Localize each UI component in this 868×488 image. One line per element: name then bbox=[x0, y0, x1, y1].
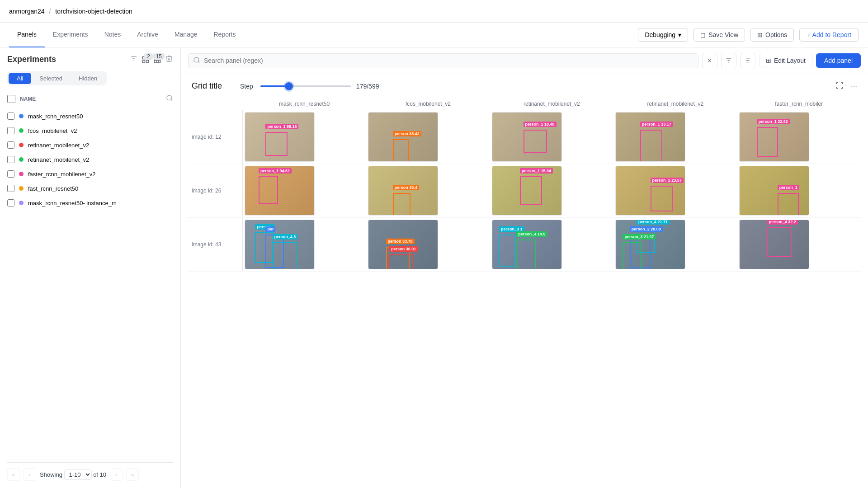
nav-item-reports[interactable]: Reports bbox=[205, 23, 244, 47]
exp-name-5[interactable]: fast_rcnn_resnet50 bbox=[28, 185, 78, 192]
breadcrumb-project[interactable]: torchvision-object-detection bbox=[55, 8, 132, 15]
debugging-button[interactable]: Debugging ▾ bbox=[638, 28, 688, 42]
grid-cell[interactable]: person 33.78person 36.91 bbox=[366, 218, 490, 272]
exp-checkbox-1[interactable] bbox=[7, 127, 14, 134]
search-input-wrapper[interactable] bbox=[188, 53, 698, 68]
save-view-button[interactable]: ◻ Save View bbox=[693, 28, 745, 42]
experiments-search-button[interactable] bbox=[166, 94, 173, 103]
experiment-item: mask_rcnn_resnet50- instance_m bbox=[7, 196, 173, 210]
add-panel-label: Add panel bbox=[824, 57, 853, 64]
save-view-label: Save View bbox=[708, 31, 738, 38]
experiment-item: retinanet_mobilenet_v2 bbox=[7, 152, 173, 167]
exp-checkbox-6[interactable] bbox=[7, 199, 14, 206]
svg-rect-6 bbox=[146, 60, 149, 62]
sidebar-toolbar: 2 15 bbox=[130, 55, 173, 64]
grid-row: image id: 43person_perperson_4 8person 3… bbox=[188, 218, 861, 272]
nav-items: Panels Experiments Notes Archive Manage … bbox=[9, 23, 638, 47]
nav-item-notes[interactable]: Notes bbox=[96, 23, 129, 47]
exp-color-2 bbox=[19, 143, 24, 147]
exp-name-2[interactable]: retinanet_mobilenet_v2 bbox=[28, 142, 89, 149]
col-header-1: fcos_mobilenet_v2 bbox=[366, 98, 490, 110]
nav-bar: Panels Experiments Notes Archive Manage … bbox=[0, 23, 868, 47]
nav-item-archive[interactable]: Archive bbox=[129, 23, 166, 47]
add-to-report-button[interactable]: + Add to Report bbox=[799, 28, 859, 42]
exp-color-5 bbox=[19, 186, 24, 191]
filter-icon[interactable] bbox=[130, 55, 138, 64]
last-page-button[interactable]: » bbox=[126, 468, 139, 481]
grid-cell[interactable]: person 35.4 bbox=[366, 164, 490, 218]
grid-cell[interactable]: person_1 32.82 bbox=[737, 110, 861, 164]
clear-search-button[interactable]: ✕ bbox=[702, 53, 717, 68]
grid-columns-row: mask_rcnn_resnet50 fcos_mobilenet_v2 ret… bbox=[188, 98, 861, 110]
exp-checkbox-4[interactable] bbox=[7, 170, 14, 178]
grid-cell[interactable]: person 38.42 bbox=[366, 110, 490, 164]
svg-rect-5 bbox=[142, 60, 145, 62]
add-report-label: + Add to Report bbox=[807, 31, 851, 38]
grid-title: Grid title bbox=[192, 81, 222, 91]
panel-search-bar: ✕ ⊞ Edit Layout Add panel bbox=[181, 47, 868, 74]
tab-selected[interactable]: Selected bbox=[31, 73, 71, 84]
step-slider-wrapper: 179/599 bbox=[260, 83, 828, 90]
nav-item-manage[interactable]: Manage bbox=[166, 23, 206, 47]
experiments-list-header: NAME bbox=[7, 92, 173, 106]
exp-color-6 bbox=[19, 201, 24, 205]
exp-name-4[interactable]: faster_rcnn_mobilenet_v2 bbox=[28, 171, 96, 178]
grid-cell[interactable]: person_1 bbox=[737, 164, 861, 218]
grid-cell[interactable]: person_4 21.71person_2 28.08person_3 21.… bbox=[613, 218, 737, 272]
bookmark-icon: ◻ bbox=[700, 31, 706, 38]
filter-settings-button[interactable] bbox=[721, 53, 736, 68]
edit-layout-button[interactable]: ⊞ Edit Layout bbox=[759, 54, 812, 67]
grid-cell[interactable]: person_1 94.61 bbox=[242, 164, 366, 218]
grid-cell[interactable]: person_1 18.48 bbox=[490, 110, 613, 164]
grid-cell[interactable]: person_3 1person_4 14.5 bbox=[490, 218, 613, 272]
first-page-button[interactable]: « bbox=[7, 468, 20, 481]
select-all-checkbox[interactable] bbox=[7, 95, 15, 103]
grid-cell[interactable]: person_1 15.04 bbox=[490, 164, 613, 218]
options-button[interactable]: ⊞ Options bbox=[750, 28, 794, 42]
grid-table: mask_rcnn_resnet50 fcos_mobilenet_v2 ret… bbox=[188, 98, 861, 272]
more-options-icon[interactable]: ⋯ bbox=[851, 83, 857, 90]
tab-hidden[interactable]: Hidden bbox=[71, 73, 105, 84]
grid-row: image id: 12person_1 98.18person 38.42pe… bbox=[188, 110, 861, 164]
exp-color-4 bbox=[19, 172, 24, 176]
fullscreen-icon[interactable] bbox=[835, 81, 844, 91]
step-slider[interactable] bbox=[260, 85, 351, 87]
experiment-item: retinanet_mobilenet_v2 bbox=[7, 138, 173, 152]
top-bar: anmorgan24 / torchvision-object-detectio… bbox=[0, 0, 868, 23]
nav-item-panels[interactable]: Panels bbox=[9, 23, 45, 47]
grid-cell[interactable]: person_1 98.18 bbox=[242, 110, 366, 164]
tab-all[interactable]: All bbox=[9, 73, 31, 84]
page-range-select[interactable]: 1-10 bbox=[64, 469, 92, 480]
row-label: image id: 43 bbox=[188, 218, 242, 272]
exp-name-3[interactable]: retinanet_mobilenet_v2 bbox=[28, 156, 89, 163]
exp-name-1[interactable]: fcos_mobilenet_v2 bbox=[28, 127, 77, 134]
search-icon bbox=[193, 56, 200, 65]
search-input[interactable] bbox=[204, 57, 693, 64]
add-panel-button[interactable]: Add panel bbox=[816, 53, 861, 68]
close-icon: ✕ bbox=[707, 57, 712, 64]
grid-cell[interactable]: person_perperson_4 8 bbox=[242, 218, 366, 272]
col-header-4: faster_rcnn_mobiler bbox=[737, 98, 861, 110]
col-header-0: mask_rcnn_resnet50 bbox=[242, 98, 366, 110]
grid-cell[interactable]: person_1 33.17 bbox=[613, 110, 737, 164]
options-label: Options bbox=[765, 31, 787, 38]
debugging-label: Debugging bbox=[645, 31, 675, 38]
next-page-button[interactable]: › bbox=[110, 468, 123, 481]
exp-checkbox-3[interactable] bbox=[7, 156, 14, 163]
exp-checkbox-0[interactable] bbox=[7, 113, 14, 120]
grid-cell[interactable]: person_1 23.57 bbox=[613, 164, 737, 218]
grid-cell[interactable]: person_4 32.2 bbox=[737, 218, 861, 272]
exp-name-6[interactable]: mask_rcnn_resnet50- instance_m bbox=[28, 200, 117, 206]
exp-checkbox-5[interactable] bbox=[7, 185, 14, 192]
nav-item-experiments[interactable]: Experiments bbox=[45, 23, 96, 47]
edit-layout-label: Edit Layout bbox=[774, 57, 806, 64]
prev-page-button[interactable]: ‹ bbox=[24, 468, 36, 481]
showing-label: Showing 1-10 of 10 bbox=[40, 469, 106, 480]
trash-icon[interactable] bbox=[165, 55, 173, 64]
columns-settings-button[interactable] bbox=[740, 53, 755, 68]
exp-checkbox-2[interactable] bbox=[7, 141, 14, 149]
breadcrumb-user[interactable]: anmorgan24 bbox=[9, 8, 45, 15]
exp-name-0[interactable]: mask_rcnn_resnet50 bbox=[28, 113, 83, 120]
badge-selected: 2 bbox=[142, 56, 150, 64]
experiment-item: mask_rcnn_resnet50 bbox=[7, 109, 173, 123]
